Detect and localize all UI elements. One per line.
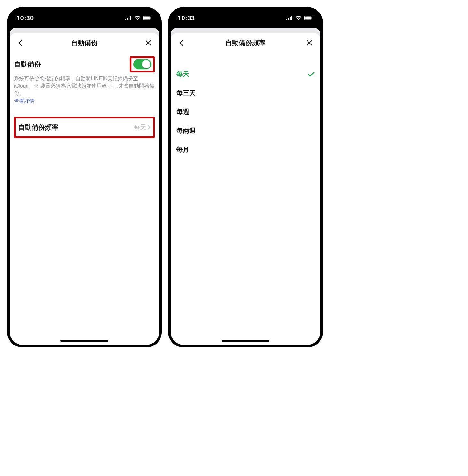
- home-indicator[interactable]: [60, 340, 108, 342]
- svg-rect-12: [305, 17, 312, 20]
- svg-rect-13: [313, 17, 313, 19]
- close-button[interactable]: [303, 36, 316, 49]
- frequency-option-label: 每兩週: [176, 126, 196, 135]
- close-button[interactable]: [142, 36, 155, 49]
- battery-icon: [143, 16, 152, 20]
- frequency-option-label: 每天: [176, 70, 189, 78]
- chevron-right-icon: [147, 125, 151, 130]
- close-icon: [145, 40, 152, 46]
- back-button[interactable]: [14, 36, 27, 49]
- backup-frequency-row[interactable]: 自動備份頻率 每天: [14, 117, 155, 138]
- frequency-option-label: 每三天: [176, 89, 196, 97]
- check-icon: [308, 71, 315, 77]
- chevron-left-icon: [18, 39, 23, 47]
- svg-rect-6: [152, 17, 152, 19]
- chevron-left-icon: [179, 39, 184, 47]
- page-title: 自動備份頻率: [225, 38, 266, 47]
- svg-rect-3: [130, 16, 131, 20]
- status-time: 10:30: [17, 14, 34, 22]
- wifi-icon: [295, 16, 302, 20]
- back-button[interactable]: [175, 36, 188, 49]
- frequency-option[interactable]: 每兩週: [175, 121, 316, 140]
- nav-bar: 自動備份: [10, 33, 159, 53]
- nav-bar: 自動備份頻率: [171, 33, 320, 53]
- close-icon: [306, 40, 313, 46]
- frequency-option-label: 每月: [176, 145, 189, 154]
- frequency-option[interactable]: 每週: [175, 102, 316, 121]
- home-indicator[interactable]: [222, 340, 269, 342]
- status-time: 10:33: [178, 14, 195, 22]
- svg-rect-0: [125, 19, 126, 20]
- frequency-option[interactable]: 每三天: [175, 83, 316, 102]
- toggle-highlight: [130, 56, 155, 72]
- frequency-option-label: 每週: [176, 107, 189, 116]
- backup-frequency-value: 每天: [134, 123, 146, 131]
- auto-backup-toggle[interactable]: [133, 59, 151, 69]
- svg-rect-5: [144, 17, 151, 20]
- battery-icon: [304, 16, 313, 20]
- svg-rect-9: [290, 17, 291, 20]
- modal-sheet: 自動備份 自動備份 系統可依照您指定的頻率，自動將LINE聊天記錄備份至iClo…: [10, 33, 159, 345]
- phone-left: 10:30 自動備份 自動備份: [8, 8, 161, 347]
- svg-rect-1: [127, 18, 128, 20]
- auto-backup-description: 系統可依照您指定的頻率，自動將LINE聊天記錄備份至iCloud。※ 裝置必須為…: [14, 75, 155, 97]
- svg-rect-7: [286, 19, 287, 20]
- frequency-option[interactable]: 每月: [175, 140, 316, 159]
- status-bar: 10:33: [169, 8, 322, 28]
- modal-sheet: 自動備份頻率 每天每三天每週每兩週每月: [171, 33, 320, 345]
- status-bar: 10:30: [8, 8, 161, 28]
- page-title: 自動備份: [71, 38, 98, 47]
- status-icons: [125, 16, 152, 20]
- frequency-option[interactable]: 每天: [175, 65, 316, 83]
- cellular-icon: [125, 16, 132, 20]
- auto-backup-title: 自動備份: [14, 60, 41, 69]
- svg-rect-10: [291, 16, 292, 20]
- backup-frequency-value-wrap: 每天: [134, 123, 151, 131]
- frequency-option-list: 每天每三天每週每兩週每月: [175, 65, 316, 159]
- svg-rect-2: [129, 17, 129, 20]
- backup-frequency-label: 自動備份頻率: [18, 123, 59, 132]
- svg-rect-8: [288, 18, 289, 20]
- wifi-icon: [134, 16, 141, 20]
- cellular-icon: [286, 16, 293, 20]
- status-icons: [286, 16, 313, 20]
- phone-right: 10:33 自動備份頻率 每天每三天每週每兩週每月: [169, 8, 322, 347]
- details-link[interactable]: 查看詳情: [14, 98, 35, 105]
